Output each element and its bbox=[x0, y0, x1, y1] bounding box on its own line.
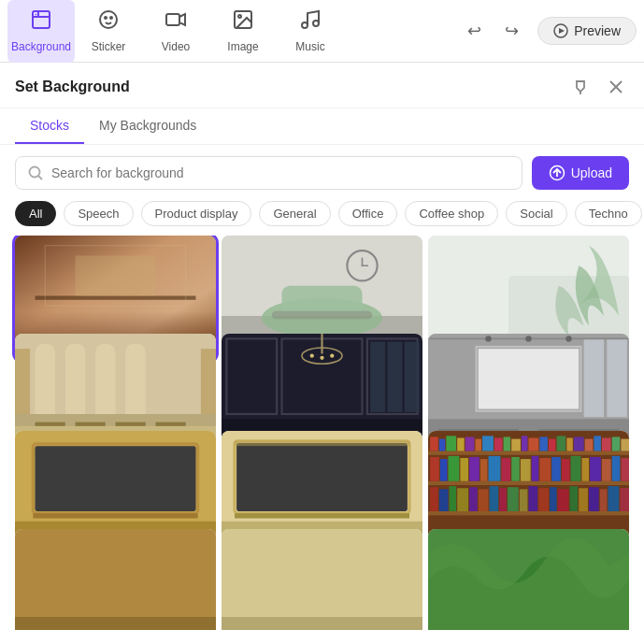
filter-chip-office[interactable]: Office bbox=[338, 201, 398, 226]
svg-rect-143 bbox=[589, 487, 599, 511]
toolbar-item-image-label: Image bbox=[227, 40, 258, 53]
svg-rect-0 bbox=[33, 11, 50, 28]
svg-rect-107 bbox=[430, 457, 439, 481]
svg-point-8 bbox=[238, 15, 241, 18]
background-image-10[interactable] bbox=[15, 529, 216, 631]
svg-rect-78 bbox=[235, 513, 409, 518]
toolbar-item-sticker[interactable]: Sticker bbox=[75, 0, 142, 63]
svg-rect-139 bbox=[550, 487, 557, 511]
svg-rect-101 bbox=[574, 436, 584, 451]
svg-rect-130 bbox=[457, 488, 468, 511]
svg-rect-119 bbox=[551, 457, 561, 481]
svg-rect-41 bbox=[116, 422, 146, 425]
svg-point-3 bbox=[100, 11, 117, 28]
svg-rect-127 bbox=[430, 487, 438, 511]
svg-rect-120 bbox=[562, 459, 570, 481]
search-icon bbox=[27, 165, 44, 181]
svg-rect-141 bbox=[570, 486, 579, 511]
svg-rect-106 bbox=[621, 439, 629, 451]
search-row: Upload bbox=[0, 145, 644, 201]
svg-rect-21 bbox=[36, 296, 196, 300]
svg-rect-102 bbox=[585, 439, 594, 451]
svg-rect-140 bbox=[558, 489, 569, 511]
toolbar-item-background[interactable]: Background bbox=[7, 0, 75, 63]
search-box bbox=[15, 156, 522, 190]
set-background-panel: Set Background Stocks My Backgrounds bbox=[0, 63, 644, 644]
svg-rect-112 bbox=[480, 459, 488, 481]
background-image-12[interactable] bbox=[428, 529, 629, 631]
toolbar-item-music[interactable]: Music bbox=[277, 0, 344, 63]
svg-rect-138 bbox=[538, 488, 549, 511]
undo-button[interactable]: ↩ bbox=[459, 16, 489, 46]
svg-rect-100 bbox=[566, 438, 572, 451]
svg-rect-115 bbox=[511, 457, 520, 481]
filter-chip-all[interactable]: All bbox=[15, 201, 56, 226]
svg-rect-40 bbox=[76, 422, 106, 425]
close-button[interactable] bbox=[603, 74, 629, 100]
svg-rect-126 bbox=[621, 458, 629, 481]
filter-chip-speech[interactable]: Speech bbox=[64, 201, 133, 226]
pin-button[interactable] bbox=[567, 74, 594, 100]
svg-rect-90 bbox=[476, 439, 481, 451]
svg-point-4 bbox=[105, 17, 107, 19]
search-input[interactable] bbox=[51, 165, 510, 180]
svg-rect-116 bbox=[521, 459, 531, 481]
image-grid bbox=[0, 236, 644, 630]
toolbar-item-video-label: Video bbox=[162, 40, 190, 53]
svg-rect-105 bbox=[612, 436, 621, 451]
preview-icon bbox=[553, 23, 568, 38]
filter-row: All Speech Product display General Offic… bbox=[0, 201, 644, 236]
filter-chip-product-display[interactable]: Product display bbox=[141, 201, 252, 226]
svg-rect-132 bbox=[479, 489, 489, 511]
svg-rect-87 bbox=[446, 436, 456, 451]
panel-header: Set Background bbox=[0, 63, 644, 108]
svg-rect-94 bbox=[511, 439, 521, 451]
svg-rect-117 bbox=[532, 456, 539, 481]
svg-rect-96 bbox=[529, 438, 539, 451]
toolbar-item-video[interactable]: Video bbox=[142, 0, 209, 63]
upload-button[interactable]: Upload bbox=[532, 156, 629, 190]
svg-rect-108 bbox=[440, 459, 448, 481]
svg-point-5 bbox=[110, 17, 112, 19]
svg-rect-136 bbox=[520, 489, 528, 511]
svg-point-9 bbox=[302, 22, 308, 28]
svg-rect-146 bbox=[620, 488, 629, 511]
upload-icon bbox=[549, 165, 565, 181]
sticker-icon bbox=[97, 8, 120, 36]
svg-rect-147 bbox=[15, 529, 216, 631]
svg-rect-98 bbox=[549, 439, 556, 451]
image-icon bbox=[232, 8, 254, 36]
tab-stocks[interactable]: Stocks bbox=[15, 108, 84, 144]
toolbar: Background Sticker Video bbox=[0, 0, 644, 63]
filter-chip-techno[interactable]: Techno bbox=[575, 201, 642, 226]
svg-rect-137 bbox=[529, 486, 538, 511]
svg-rect-145 bbox=[608, 486, 619, 511]
background-image-11[interactable] bbox=[222, 529, 422, 631]
svg-rect-85 bbox=[430, 436, 438, 451]
undo-redo-group: ↩ ↪ bbox=[459, 16, 526, 46]
svg-rect-22 bbox=[76, 256, 156, 296]
svg-rect-95 bbox=[522, 436, 527, 451]
toolbar-item-image[interactable]: Image bbox=[209, 0, 277, 63]
svg-rect-104 bbox=[602, 438, 611, 451]
redo-button[interactable]: ↪ bbox=[496, 16, 526, 46]
svg-rect-114 bbox=[501, 458, 510, 481]
svg-rect-56 bbox=[405, 341, 420, 411]
svg-rect-81 bbox=[428, 451, 629, 455]
svg-line-17 bbox=[38, 176, 42, 179]
svg-rect-99 bbox=[557, 436, 566, 451]
svg-rect-103 bbox=[594, 436, 601, 451]
video-icon bbox=[165, 8, 187, 36]
filter-chip-general[interactable]: General bbox=[259, 201, 330, 226]
svg-point-53 bbox=[330, 353, 334, 357]
svg-rect-135 bbox=[508, 487, 519, 511]
svg-rect-59 bbox=[479, 349, 580, 409]
filter-chip-coffee-shop[interactable]: Coffee shop bbox=[405, 201, 498, 226]
svg-point-65 bbox=[525, 336, 531, 341]
tab-my-backgrounds[interactable]: My Backgrounds bbox=[84, 108, 211, 144]
svg-rect-71 bbox=[36, 446, 196, 511]
svg-rect-89 bbox=[465, 436, 475, 451]
filter-chip-social[interactable]: Social bbox=[506, 201, 566, 226]
svg-rect-79 bbox=[235, 441, 409, 446]
preview-button[interactable]: Preview bbox=[537, 17, 637, 45]
